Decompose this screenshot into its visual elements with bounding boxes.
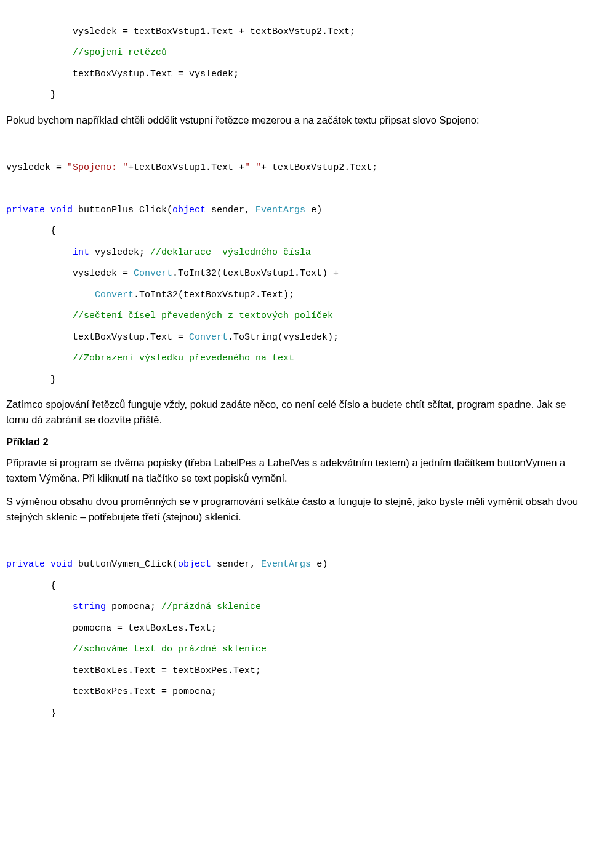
code-line — [6, 47, 73, 58]
code-comment: //sečtení čísel převedených z textových … — [73, 311, 333, 321]
code-keyword: string — [73, 602, 106, 612]
code-text — [6, 353, 73, 364]
code-type: Convert — [189, 332, 228, 343]
code-text: pomocna; — [106, 602, 161, 612]
code-text: sender, — [206, 205, 255, 215]
code-line: } — [6, 708, 56, 719]
code-type: EventArgs — [261, 559, 311, 570]
code-text: + textBoxVstup2.Text; — [261, 162, 377, 173]
code-type: EventArgs — [255, 205, 305, 215]
code-text: .ToInt32(textBoxVstup2.Text); — [134, 290, 294, 300]
code-line: vysledek = textBoxVstup1.Text + textBoxV… — [6, 26, 355, 37]
code-keyword: private — [6, 205, 45, 215]
code-text — [6, 311, 73, 321]
code-text: buttonVymen_Click( — [73, 559, 178, 570]
paragraph: Připravte si program se dvěma popisky (t… — [6, 455, 585, 486]
code-keyword: private — [6, 559, 45, 570]
code-text: vysledek = — [6, 268, 134, 279]
code-keyword: object — [178, 559, 211, 570]
code-text — [6, 602, 73, 612]
code-keyword: void — [50, 205, 73, 215]
paragraph: Pokud bychom například chtěli oddělit vs… — [6, 113, 585, 128]
code-text: e) — [311, 559, 328, 570]
code-text: textBoxVystup.Text = — [6, 332, 189, 343]
code-keyword: object — [172, 205, 206, 215]
code-line: textBoxLes.Text = textBoxPes.Text; — [6, 666, 261, 676]
code-text: +textBoxVstup1.Text + — [128, 162, 244, 173]
code-line: } — [6, 375, 56, 385]
heading-example-2: Příklad 2 — [6, 436, 585, 448]
code-line: textBoxVystup.Text = vysledek; — [6, 69, 239, 79]
code-string: "Spojeno: " — [67, 162, 128, 173]
code-text — [6, 290, 95, 300]
code-line: { — [6, 581, 56, 591]
code-text — [6, 247, 73, 258]
code-text: buttonPlus_Click( — [73, 205, 172, 215]
code-keyword: void — [50, 559, 73, 570]
code-comment: //spojeni retězců — [73, 47, 167, 58]
code-type: Convert — [95, 290, 134, 300]
code-line: textBoxPes.Text = pomocna; — [6, 687, 217, 697]
paragraph: Zatímco spojování řetězců funguje vždy, … — [6, 397, 585, 428]
code-comment: //schováme text do prázdné sklenice — [73, 644, 267, 655]
code-type: Convert — [134, 268, 172, 279]
code-comment: //prázdná sklenice — [161, 602, 261, 612]
code-comment: //deklarace výsledného čísla — [150, 247, 311, 258]
code-comment: //Zobrazeni výsledku převedeného na text — [73, 353, 294, 364]
code-string: " " — [244, 162, 261, 173]
code-text — [6, 644, 73, 655]
code-block-2: vysledek = "Spojeno: "+textBoxVstup1.Tex… — [6, 136, 585, 178]
code-line: { — [6, 226, 56, 236]
code-text: sender, — [211, 559, 261, 570]
code-keyword: int — [73, 247, 89, 258]
code-line: } — [6, 90, 56, 100]
paragraph: S výměnou obsahu dvou proměnných se v pr… — [6, 494, 585, 525]
code-text: .ToString(vysledek); — [228, 332, 339, 343]
code-block-3: private void buttonPlus_Click(object sen… — [6, 178, 585, 391]
code-text: vysledek; — [89, 247, 150, 258]
code-block-4: private void buttonVymen_Click(object se… — [6, 533, 585, 725]
code-text: e) — [305, 205, 322, 215]
code-block-1: vysledek = textBoxVstup1.Text + textBoxV… — [6, 0, 585, 106]
code-line: pomocna = textBoxLes.Text; — [6, 623, 217, 634]
code-text: .ToInt32(textBoxVstup1.Text) + — [172, 268, 344, 279]
code-text: vysledek = — [6, 162, 67, 173]
